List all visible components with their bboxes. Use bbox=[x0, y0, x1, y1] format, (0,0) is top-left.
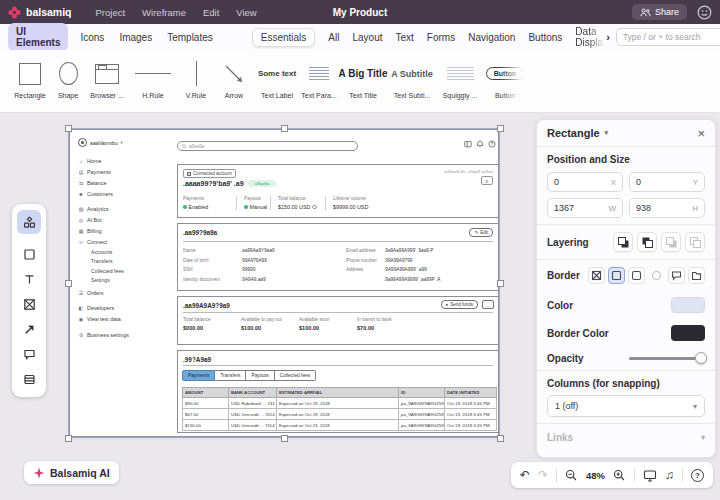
mock-details-card: .aa99?9a9a ✎Edit Name.aa99Aa9Y9aa9 Date … bbox=[177, 223, 499, 291]
tool-label: H.Rule bbox=[142, 92, 163, 99]
toolbox-item-text-subtitle[interactable]: A Subtitle Text Subti... bbox=[388, 59, 436, 112]
menu-project[interactable]: Project bbox=[96, 7, 126, 18]
border-bubble-icon[interactable] bbox=[668, 267, 685, 284]
toolbox-item-text-paragraph[interactable]: Text Para... bbox=[300, 59, 338, 112]
mock-bal-transit: In transit to bank$70.00 bbox=[357, 317, 415, 331]
layering-label: Layering bbox=[547, 237, 589, 248]
category-layout[interactable]: Layout bbox=[352, 32, 382, 43]
help-icon[interactable]: ? bbox=[691, 469, 704, 482]
mock-details-title: .aa99?9a9a bbox=[183, 229, 217, 236]
selection-handle[interactable] bbox=[281, 435, 288, 442]
close-icon[interactable]: × bbox=[697, 127, 705, 140]
tab-icons[interactable]: Icons bbox=[80, 32, 104, 43]
selection-handle[interactable] bbox=[65, 435, 72, 442]
present-icon[interactable] bbox=[643, 469, 657, 482]
selection-handle[interactable] bbox=[281, 125, 288, 132]
ui-library-tool-icon[interactable] bbox=[17, 210, 41, 234]
rectangle-tool-icon[interactable] bbox=[17, 242, 41, 266]
zoom-out-icon[interactable] bbox=[565, 469, 578, 482]
links-section-toggle[interactable]: Links ▾ bbox=[537, 424, 715, 451]
tool-label: Rectangle bbox=[14, 92, 46, 99]
tab-templates[interactable]: Templates bbox=[167, 32, 213, 43]
customers-icon: ☻ bbox=[78, 191, 84, 197]
height-field[interactable]: 938H bbox=[629, 198, 705, 218]
arrow-tool-icon[interactable] bbox=[17, 317, 41, 341]
selection-handle[interactable] bbox=[497, 435, 504, 442]
wireframe-mockup[interactable]: aaaVanmbu ▾ ⌂Home ▤Payments ⇆Balance ☻Cu… bbox=[69, 129, 499, 437]
share-button[interactable]: Share bbox=[632, 4, 687, 20]
width-field[interactable]: 1367W bbox=[547, 198, 623, 218]
toolbox-item-hrule[interactable]: H.Rule bbox=[128, 59, 178, 112]
category-buttons[interactable]: Buttons bbox=[528, 32, 562, 43]
category-data-display[interactable]: Data Displa bbox=[575, 26, 603, 48]
canvas-tool-rail bbox=[12, 204, 46, 397]
toolbox-item-text-label[interactable]: Some text Text Label bbox=[254, 59, 300, 112]
categories-more-chevron-icon[interactable]: › bbox=[606, 31, 610, 43]
opacity-slider-knob[interactable] bbox=[695, 352, 707, 364]
green-dot-icon bbox=[183, 205, 187, 209]
columns-select[interactable]: 1 (off) ▾ bbox=[547, 395, 705, 417]
color-label: Color bbox=[547, 300, 573, 311]
toolbox-item-text-title[interactable]: A Big Title Text Title bbox=[338, 59, 388, 112]
border-circle-icon[interactable] bbox=[648, 267, 665, 284]
toolbox-item-browser[interactable]: Browser ... bbox=[86, 59, 128, 112]
opacity-slider[interactable] bbox=[629, 357, 705, 360]
data-grid-tool-icon[interactable] bbox=[17, 367, 41, 391]
fill-color-swatch[interactable] bbox=[671, 297, 705, 313]
menu-wireframe[interactable]: Wireframe bbox=[142, 7, 186, 18]
ellipse-shape-icon bbox=[59, 62, 78, 85]
menu-edit[interactable]: Edit bbox=[203, 7, 219, 18]
selection-handle[interactable] bbox=[65, 280, 72, 287]
mock-balance-title: .aa99A9A9?9a9 bbox=[183, 302, 230, 309]
y-position-field[interactable]: 0Y bbox=[629, 172, 705, 192]
account-avatar-icon[interactable] bbox=[697, 5, 712, 20]
position-size-label: Position and Size bbox=[547, 154, 705, 165]
category-text[interactable]: Text bbox=[395, 32, 413, 43]
toolbox-item-arrow[interactable]: Arrow bbox=[214, 59, 254, 112]
mock-nav-billing: ▦Billing bbox=[78, 225, 176, 236]
inspector-element-type[interactable]: Rectangle bbox=[547, 127, 600, 139]
category-essentials[interactable]: Essentials bbox=[252, 28, 316, 47]
bring-to-front-icon[interactable] bbox=[637, 232, 657, 252]
redo-icon[interactable]: ↷ bbox=[538, 469, 548, 481]
tab-ui-elements[interactable]: UI Elements bbox=[8, 23, 68, 51]
undo-icon[interactable]: ↶ bbox=[520, 469, 530, 481]
border-square-icon[interactable] bbox=[608, 267, 625, 284]
text-tool-icon[interactable] bbox=[17, 267, 41, 291]
x-position-field[interactable]: 0X bbox=[547, 172, 623, 192]
mock-bal-total: Total balance$000.00 bbox=[183, 317, 241, 331]
category-all[interactable]: All bbox=[328, 32, 339, 43]
border-tab-icon[interactable] bbox=[688, 267, 705, 284]
mock-account-logo-icon bbox=[78, 138, 87, 147]
balsamiq-ai-button[interactable]: Balsamiq AI bbox=[24, 461, 119, 484]
opacity-label: Opacity bbox=[547, 353, 584, 364]
image-tool-icon[interactable] bbox=[17, 292, 41, 316]
toolbox-item-vrule[interactable]: V.Rule bbox=[178, 59, 214, 112]
tab-images[interactable]: Images bbox=[119, 32, 152, 43]
selection-handle[interactable] bbox=[497, 280, 504, 287]
chevron-down-icon[interactable]: ▾ bbox=[605, 129, 609, 137]
comment-tool-icon[interactable] bbox=[17, 342, 41, 366]
zoom-in-icon[interactable] bbox=[613, 469, 626, 482]
border-none-icon[interactable] bbox=[588, 267, 605, 284]
mock-tab-transfers: Transfers bbox=[215, 370, 246, 381]
menu-view[interactable]: View bbox=[236, 7, 256, 18]
selection-handle[interactable] bbox=[497, 125, 504, 132]
category-forms[interactable]: Forms bbox=[427, 32, 455, 43]
music-icon[interactable]: ♫ bbox=[665, 469, 674, 481]
border-plain-icon[interactable] bbox=[628, 267, 645, 284]
border-color-swatch[interactable] bbox=[671, 325, 705, 341]
toolbox-item-shape[interactable]: Shape bbox=[50, 59, 86, 112]
send-to-back-icon[interactable] bbox=[685, 232, 705, 252]
zoom-level[interactable]: 48% bbox=[586, 470, 605, 481]
bring-forward-icon[interactable] bbox=[613, 232, 633, 252]
analytics-icon: ▧ bbox=[78, 206, 84, 212]
toolbox-item-rectangle[interactable]: Rectangle bbox=[10, 59, 50, 112]
send-backward-icon[interactable] bbox=[661, 232, 681, 252]
selection-handle[interactable] bbox=[65, 125, 72, 132]
library-search-input[interactable] bbox=[616, 28, 720, 46]
category-navigation[interactable]: Navigation bbox=[468, 32, 515, 43]
subtitle-preview: A Subtitle bbox=[391, 69, 433, 79]
toolbox-item-squiggly[interactable]: Squiggly ... bbox=[436, 59, 484, 112]
table-row: $67.00USD Unicredit ... 7414Expected on … bbox=[183, 409, 497, 420]
